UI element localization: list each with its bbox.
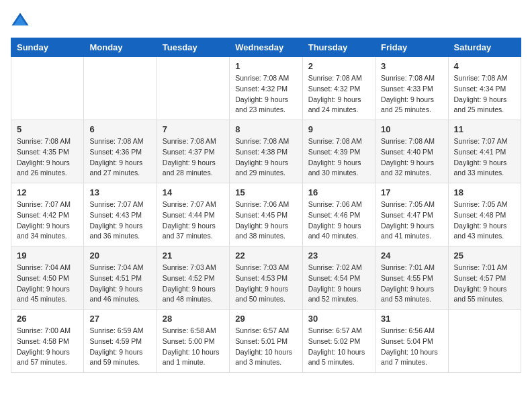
day-number: 17 — [381, 187, 442, 197]
day-number: 10 — [381, 124, 442, 134]
day-info: Sunrise: 7:08 AM Sunset: 4:33 PM Dayligh… — [381, 73, 442, 116]
day-number: 18 — [454, 187, 515, 197]
calendar-cell: 7Sunrise: 7:08 AM Sunset: 4:37 PM Daylig… — [157, 120, 229, 183]
weekday-header-thursday: Thursday — [302, 38, 375, 57]
calendar-cell: 9Sunrise: 7:08 AM Sunset: 4:39 PM Daylig… — [302, 120, 375, 183]
day-info: Sunrise: 7:07 AM Sunset: 4:43 PM Dayligh… — [89, 199, 150, 242]
day-info: Sunrise: 7:07 AM Sunset: 4:44 PM Dayligh… — [163, 199, 224, 242]
day-number: 20 — [89, 250, 150, 261]
day-number: 24 — [381, 250, 442, 261]
calendar-cell: 28Sunrise: 6:58 AM Sunset: 5:00 PM Dayli… — [157, 310, 229, 373]
day-info: Sunrise: 7:05 AM Sunset: 4:47 PM Dayligh… — [381, 199, 442, 242]
day-info: Sunrise: 7:06 AM Sunset: 4:46 PM Dayligh… — [308, 199, 369, 242]
page-header — [11, 11, 521, 30]
logo — [11, 11, 32, 30]
weekday-header-sunday: Sunday — [11, 38, 84, 57]
calendar-cell: 18Sunrise: 7:05 AM Sunset: 4:48 PM Dayli… — [448, 183, 521, 246]
weekday-header-tuesday: Tuesday — [157, 38, 229, 57]
calendar-cell: 17Sunrise: 7:05 AM Sunset: 4:47 PM Dayli… — [375, 183, 448, 246]
day-info: Sunrise: 7:00 AM Sunset: 4:58 PM Dayligh… — [17, 326, 78, 368]
day-number: 5 — [17, 124, 78, 134]
day-info: Sunrise: 7:01 AM Sunset: 4:55 PM Dayligh… — [381, 263, 442, 305]
day-info: Sunrise: 7:07 AM Sunset: 4:42 PM Dayligh… — [17, 199, 78, 242]
weekday-header-monday: Monday — [84, 38, 157, 57]
day-info: Sunrise: 6:57 AM Sunset: 5:01 PM Dayligh… — [235, 326, 296, 368]
day-number: 12 — [17, 187, 78, 197]
day-info: Sunrise: 7:05 AM Sunset: 4:48 PM Dayligh… — [454, 199, 515, 242]
day-number: 14 — [163, 187, 224, 197]
day-number: 7 — [163, 124, 224, 134]
weekday-header-saturday: Saturday — [448, 38, 521, 57]
day-number: 11 — [454, 124, 515, 134]
day-number: 16 — [308, 187, 369, 197]
day-info: Sunrise: 7:04 AM Sunset: 4:51 PM Dayligh… — [89, 263, 150, 305]
day-number: 28 — [163, 314, 224, 324]
day-info: Sunrise: 6:59 AM Sunset: 4:59 PM Dayligh… — [89, 326, 150, 368]
day-number: 6 — [89, 124, 150, 134]
calendar-cell: 12Sunrise: 7:07 AM Sunset: 4:42 PM Dayli… — [11, 183, 84, 246]
day-info: Sunrise: 7:06 AM Sunset: 4:45 PM Dayligh… — [235, 199, 296, 242]
day-number: 9 — [308, 124, 369, 134]
day-number: 8 — [235, 124, 296, 134]
day-info: Sunrise: 7:08 AM Sunset: 4:36 PM Dayligh… — [89, 136, 150, 179]
calendar-cell: 29Sunrise: 6:57 AM Sunset: 5:01 PM Dayli… — [230, 310, 302, 373]
day-info: Sunrise: 6:57 AM Sunset: 5:02 PM Dayligh… — [308, 326, 369, 368]
calendar-cell — [11, 57, 84, 120]
calendar-cell: 14Sunrise: 7:07 AM Sunset: 4:44 PM Dayli… — [157, 183, 229, 246]
day-info: Sunrise: 7:07 AM Sunset: 4:41 PM Dayligh… — [454, 136, 515, 179]
day-number: 1 — [235, 61, 296, 71]
day-number: 3 — [381, 61, 442, 71]
calendar-cell — [157, 57, 229, 120]
day-info: Sunrise: 7:04 AM Sunset: 4:50 PM Dayligh… — [17, 263, 78, 305]
calendar-cell: 1Sunrise: 7:08 AM Sunset: 4:32 PM Daylig… — [230, 57, 302, 120]
calendar-cell: 16Sunrise: 7:06 AM Sunset: 4:46 PM Dayli… — [302, 183, 375, 246]
calendar-cell: 3Sunrise: 7:08 AM Sunset: 4:33 PM Daylig… — [375, 57, 448, 120]
day-number: 4 — [454, 61, 515, 71]
day-number: 30 — [308, 314, 369, 324]
day-number: 23 — [308, 250, 369, 261]
week-row-4: 19Sunrise: 7:04 AM Sunset: 4:50 PM Dayli… — [11, 246, 521, 310]
calendar-cell: 20Sunrise: 7:04 AM Sunset: 4:51 PM Dayli… — [84, 246, 157, 310]
calendar-cell: 19Sunrise: 7:04 AM Sunset: 4:50 PM Dayli… — [11, 246, 84, 310]
week-row-1: 1Sunrise: 7:08 AM Sunset: 4:32 PM Daylig… — [11, 57, 521, 120]
day-info: Sunrise: 7:08 AM Sunset: 4:37 PM Dayligh… — [163, 136, 224, 179]
day-info: Sunrise: 7:08 AM Sunset: 4:34 PM Dayligh… — [454, 73, 515, 116]
day-info: Sunrise: 6:56 AM Sunset: 5:04 PM Dayligh… — [381, 326, 442, 368]
week-row-2: 5Sunrise: 7:08 AM Sunset: 4:35 PM Daylig… — [11, 120, 521, 183]
day-info: Sunrise: 7:08 AM Sunset: 4:40 PM Dayligh… — [381, 136, 442, 179]
calendar-cell: 11Sunrise: 7:07 AM Sunset: 4:41 PM Dayli… — [448, 120, 521, 183]
day-info: Sunrise: 7:08 AM Sunset: 4:32 PM Dayligh… — [308, 73, 369, 116]
week-row-5: 26Sunrise: 7:00 AM Sunset: 4:58 PM Dayli… — [11, 310, 521, 373]
day-number: 15 — [235, 187, 296, 197]
day-info: Sunrise: 7:03 AM Sunset: 4:53 PM Dayligh… — [235, 263, 296, 305]
calendar-cell: 10Sunrise: 7:08 AM Sunset: 4:40 PM Dayli… — [375, 120, 448, 183]
day-number: 26 — [17, 314, 78, 324]
calendar-cell: 15Sunrise: 7:06 AM Sunset: 4:45 PM Dayli… — [230, 183, 302, 246]
weekday-header-friday: Friday — [375, 38, 448, 57]
calendar-cell: 4Sunrise: 7:08 AM Sunset: 4:34 PM Daylig… — [448, 57, 521, 120]
day-info: Sunrise: 7:08 AM Sunset: 4:39 PM Dayligh… — [308, 136, 369, 179]
day-info: Sunrise: 7:02 AM Sunset: 4:54 PM Dayligh… — [308, 263, 369, 305]
day-number: 22 — [235, 250, 296, 261]
logo-icon — [11, 11, 30, 30]
day-info: Sunrise: 6:58 AM Sunset: 5:00 PM Dayligh… — [163, 326, 224, 368]
calendar-cell: 30Sunrise: 6:57 AM Sunset: 5:02 PM Dayli… — [302, 310, 375, 373]
weekday-header-row: SundayMondayTuesdayWednesdayThursdayFrid… — [11, 38, 521, 57]
calendar-cell — [84, 57, 157, 120]
day-number: 29 — [235, 314, 296, 324]
calendar-cell: 23Sunrise: 7:02 AM Sunset: 4:54 PM Dayli… — [302, 246, 375, 310]
calendar-cell — [448, 310, 521, 373]
calendar-cell: 6Sunrise: 7:08 AM Sunset: 4:36 PM Daylig… — [84, 120, 157, 183]
day-number: 31 — [381, 314, 442, 324]
calendar-cell: 8Sunrise: 7:08 AM Sunset: 4:38 PM Daylig… — [230, 120, 302, 183]
calendar-cell: 27Sunrise: 6:59 AM Sunset: 4:59 PM Dayli… — [84, 310, 157, 373]
day-info: Sunrise: 7:08 AM Sunset: 4:35 PM Dayligh… — [17, 136, 78, 179]
calendar-cell: 24Sunrise: 7:01 AM Sunset: 4:55 PM Dayli… — [375, 246, 448, 310]
calendar-cell: 5Sunrise: 7:08 AM Sunset: 4:35 PM Daylig… — [11, 120, 84, 183]
day-number: 27 — [89, 314, 150, 324]
calendar-cell: 22Sunrise: 7:03 AM Sunset: 4:53 PM Dayli… — [230, 246, 302, 310]
calendar-cell: 21Sunrise: 7:03 AM Sunset: 4:52 PM Dayli… — [157, 246, 229, 310]
calendar-cell: 26Sunrise: 7:00 AM Sunset: 4:58 PM Dayli… — [11, 310, 84, 373]
calendar-cell: 25Sunrise: 7:01 AM Sunset: 4:57 PM Dayli… — [448, 246, 521, 310]
day-number: 19 — [17, 250, 78, 261]
